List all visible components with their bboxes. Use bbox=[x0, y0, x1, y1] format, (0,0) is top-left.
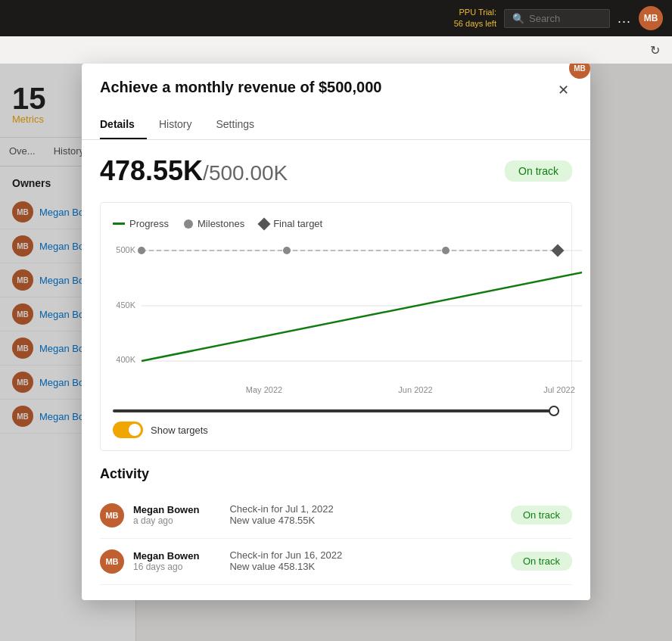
target-value: /500.00K bbox=[203, 161, 288, 185]
svg-text:May 2022: May 2022 bbox=[246, 385, 282, 394]
value-row: 478.55K/500.00K On track bbox=[100, 155, 572, 187]
milestone-indicator bbox=[184, 219, 193, 229]
svg-text:400K: 400K bbox=[116, 355, 135, 364]
activity-header: Activity bbox=[100, 466, 572, 482]
svg-text:500K: 500K bbox=[116, 245, 135, 254]
modal-overlay: Achieve a monthly revenue of $500,000 ✕ … bbox=[0, 64, 672, 641]
range-input[interactable] bbox=[113, 409, 559, 412]
avatar: MB bbox=[100, 549, 124, 574]
activity-user-name: Megan Bowen bbox=[133, 504, 199, 515]
show-targets-toggle[interactable] bbox=[113, 422, 143, 438]
svg-rect-10 bbox=[552, 244, 565, 257]
tab-settings[interactable]: Settings bbox=[216, 110, 266, 139]
search-input[interactable] bbox=[529, 13, 605, 24]
activity-content: Megan Bowen 16 days ago Check-in for Jun… bbox=[133, 549, 572, 572]
svg-point-9 bbox=[442, 247, 450, 254]
activity-time: 16 days ago bbox=[133, 562, 199, 572]
svg-point-7 bbox=[138, 247, 145, 254]
modal-body: 478.55K/500.00K On track MB Progress bbox=[82, 140, 590, 600]
ppu-trial: PPU Trial: 56 days left bbox=[454, 7, 496, 30]
svg-point-8 bbox=[283, 247, 291, 254]
legend-progress: Progress bbox=[113, 218, 169, 229]
search-box[interactable]: 🔍 bbox=[504, 9, 610, 28]
avatar: MB bbox=[100, 503, 124, 527]
chart-container: MB Progress Milestones bbox=[100, 202, 572, 451]
activity-new-value: New value 478.55K bbox=[229, 515, 510, 526]
activity-checkin: Check-in for Jul 1, 2022 bbox=[229, 503, 510, 515]
tab-history[interactable]: History bbox=[159, 110, 204, 139]
legend-milestones: Milestones bbox=[184, 218, 244, 229]
activity-item: MB Megan Bowen a day ago Check-in for Ju… bbox=[100, 493, 572, 539]
svg-text:450K: 450K bbox=[116, 300, 135, 310]
value-display: 478.55K/500.00K bbox=[100, 155, 288, 187]
tab-details[interactable]: Details bbox=[100, 110, 147, 139]
more-options-button[interactable]: ... bbox=[618, 11, 631, 26]
activity-status-badge: On track bbox=[511, 552, 572, 571]
show-targets-toggle-row: Show targets bbox=[113, 422, 559, 438]
modal-dialog: Achieve a monthly revenue of $500,000 ✕ … bbox=[82, 64, 590, 600]
svg-text:Jun 2022: Jun 2022 bbox=[398, 385, 432, 394]
legend-final-target: Final target bbox=[260, 218, 322, 229]
modal-tabs: Details History Settings bbox=[82, 110, 590, 140]
activity-item: MB Megan Bowen 16 days ago Check-in for … bbox=[100, 539, 572, 585]
progress-indicator bbox=[113, 222, 125, 225]
user-avatar[interactable]: MB bbox=[639, 6, 663, 30]
activity-status-badge: On track bbox=[511, 506, 572, 524]
current-value: 478.55K bbox=[100, 155, 203, 186]
chart-svg-wrapper: 500K 450K 400K bbox=[113, 241, 559, 403]
navbar: PPU Trial: 56 days left 🔍 ... MB bbox=[0, 0, 672, 36]
activity-checkin: Check-in for Jun 16, 2022 bbox=[229, 549, 510, 561]
main-area: 15 Metrics Ove... History Owners MB Mega… bbox=[0, 64, 672, 641]
activity-time: a day ago bbox=[133, 515, 199, 526]
target-indicator bbox=[258, 217, 271, 230]
modal-header: Achieve a monthly revenue of $500,000 ✕ bbox=[82, 64, 590, 101]
activity-user-name: Megan Bowen bbox=[133, 550, 199, 562]
ppu-trial-days: 56 days left bbox=[454, 18, 496, 30]
svg-text:Jul 2022: Jul 2022 bbox=[543, 385, 575, 394]
search-icon: 🔍 bbox=[512, 13, 524, 24]
reload-bar: ↻ bbox=[0, 36, 672, 64]
chart-svg: 500K 450K 400K bbox=[113, 241, 585, 400]
modal-close-button[interactable]: ✕ bbox=[555, 79, 572, 101]
activity-content: Megan Bowen a day ago Check-in for Jul 1… bbox=[133, 503, 572, 526]
ppu-trial-label: PPU Trial: bbox=[454, 7, 496, 18]
chart-legend: Progress Milestones Final target bbox=[113, 218, 559, 229]
show-targets-label: Show targets bbox=[151, 425, 208, 436]
time-range-slider bbox=[113, 409, 559, 412]
on-track-badge: On track bbox=[505, 160, 572, 182]
activity-section: Activity MB Megan Bowen a day ago bbox=[100, 466, 572, 585]
modal-title: Achieve a monthly revenue of $500,000 bbox=[100, 79, 381, 96]
reload-button[interactable]: ↻ bbox=[650, 43, 660, 58]
activity-new-value: New value 458.13K bbox=[229, 561, 510, 572]
